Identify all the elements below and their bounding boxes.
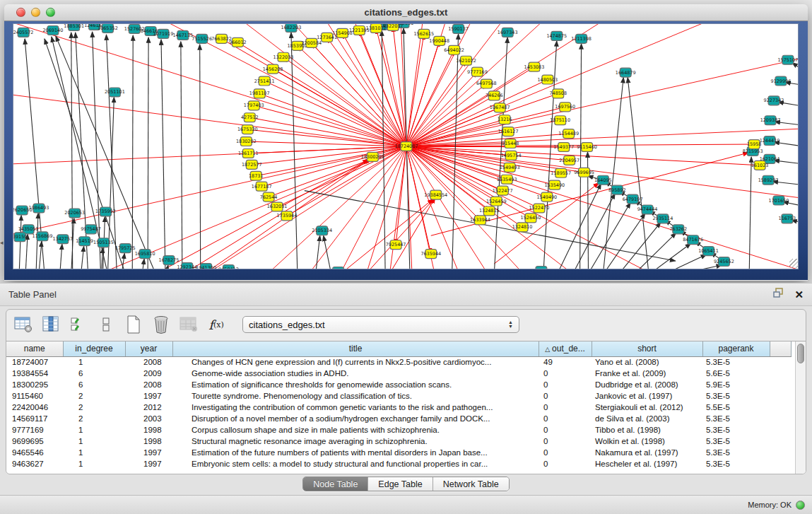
column-header-pagerank[interactable]: pagerank [702, 341, 770, 356]
graph-edge[interactable] [36, 213, 38, 269]
graph-node-label: 1456208 [263, 66, 283, 72]
table-cell: 0 [539, 413, 592, 424]
table-cell: Disruption of a novel member of a sodium… [172, 413, 539, 424]
graph-edge[interactable] [406, 146, 555, 185]
graph-edge[interactable] [406, 84, 486, 146]
graph-edge[interactable] [573, 194, 616, 269]
graph-edge[interactable] [264, 81, 406, 146]
graph-edge[interactable] [142, 259, 144, 269]
graph-edge[interactable] [341, 199, 433, 269]
graph-edge[interactable] [19, 215, 21, 269]
table-scrollbar-thumb[interactable] [797, 344, 804, 363]
graph-edge[interactable] [452, 34, 459, 269]
graph-edge[interactable] [39, 241, 42, 269]
close-panel-icon[interactable]: ✕ [794, 289, 804, 300]
rows-icon[interactable] [96, 315, 116, 334]
table-cell-filler [770, 424, 791, 436]
graph-edge[interactable] [71, 33, 73, 269]
table-cell: 2009 [125, 368, 172, 379]
column-header-short[interactable]: short [592, 341, 702, 356]
float-panel-icon[interactable] [773, 288, 784, 301]
graph-edge[interactable] [619, 222, 661, 269]
graph-node-label: 895892 [608, 187, 626, 193]
graph-node-label: 9115460 [577, 144, 597, 150]
graph-edge[interactable] [635, 233, 676, 269]
table-settings-icon[interactable] [13, 315, 33, 334]
tab-node-table[interactable]: Node Table [303, 477, 368, 491]
graph-node-label: 19384554 [424, 192, 447, 198]
row-select-icon[interactable] [69, 315, 88, 334]
function-builder-icon[interactable]: f(x) [206, 315, 226, 334]
graph-edge[interactable] [396, 146, 406, 245]
table-row[interactable]: 1938455462009Genome-wide association stu… [6, 368, 791, 379]
table-cell: 18300295 [6, 379, 63, 390]
graph-edge[interactable] [580, 44, 582, 269]
resize-grip-icon[interactable] [789, 259, 799, 268]
graph-edge[interactable] [45, 39, 125, 269]
table-row[interactable]: 1456911722003Disruption of a novel membe… [6, 413, 791, 424]
graph-edge[interactable] [406, 93, 558, 146]
graph-edge[interactable] [406, 146, 799, 269]
graph-edge[interactable] [164, 160, 368, 269]
table-select[interactable]: citations_edges.txt ▲▼ [242, 316, 519, 333]
table-cell: 1 [63, 458, 125, 469]
graph-edge[interactable] [406, 146, 702, 269]
graph-edge[interactable] [650, 243, 691, 269]
table-cell: 1 [63, 424, 125, 436]
table-row[interactable]: 977716911998Corpus callosum shape and si… [6, 424, 791, 436]
graph-edge[interactable] [148, 37, 148, 269]
tab-network-table[interactable]: Network Table [433, 477, 509, 491]
collapse-panel-arrow-icon[interactable]: ◂ [0, 239, 4, 246]
graph-node-label: 129232 [533, 268, 551, 269]
graph-edge[interactable] [81, 246, 84, 269]
network-canvas[interactable]: 2405572206914018853011246164106535215276… [13, 23, 799, 269]
graph-edge[interactable] [248, 146, 406, 153]
column-header-year[interactable]: year [125, 341, 172, 356]
graph-edge[interactable] [60, 244, 62, 269]
graph-edge[interactable] [132, 35, 133, 269]
table-row[interactable]: 946554611997Estimation of the future num… [6, 447, 791, 458]
table-row[interactable]: 946362711997Embryonic stem cells: a mode… [6, 458, 791, 469]
table-cell: 5.3E-5 [702, 436, 770, 447]
table-row[interactable]: 2242004622012Investigating the contribut… [6, 402, 791, 413]
graph-edge[interactable] [749, 157, 751, 269]
graph-node-label: 1797403 [244, 103, 264, 108]
graph-edge[interactable] [681, 265, 722, 269]
new-column-icon[interactable] [124, 315, 143, 334]
graph-edge[interactable] [161, 40, 165, 269]
graph-edge[interactable] [604, 213, 645, 269]
graph-edge[interactable] [312, 43, 406, 146]
graph-edge[interactable] [603, 78, 623, 269]
graph-edge[interactable] [666, 255, 707, 269]
graph-edge[interactable] [269, 146, 406, 197]
column-visibility-icon[interactable] [41, 315, 61, 334]
column-header-name[interactable]: name [6, 341, 63, 356]
table-row[interactable]: 1872400712008Changes of HCN gene express… [6, 356, 791, 368]
table-scrollbar[interactable] [795, 341, 806, 474]
table-row[interactable]: 1830029562008Estimation of significance … [6, 379, 791, 390]
graph-edge[interactable] [166, 265, 168, 269]
delete-column-icon[interactable] [151, 315, 171, 334]
graph-edge[interactable] [406, 112, 799, 146]
graph-edge[interactable] [558, 184, 601, 269]
graph-node-label: 2935114 [653, 216, 673, 221]
graph-edge[interactable] [200, 45, 201, 269]
table-row[interactable]: 911546021997Tourette syndrome. Phenomeno… [6, 390, 791, 402]
graph-edge[interactable] [324, 235, 331, 269]
graph-edge[interactable] [382, 30, 385, 269]
graph-edge[interactable] [56, 36, 155, 269]
graph-node-label: 1526450 [521, 215, 541, 221]
graph-node-label: 9474444 [637, 206, 658, 212]
graph-node-label: 2069140 [43, 28, 64, 33]
table-cell: 9699695 [6, 436, 63, 447]
column-header-title[interactable]: title [172, 341, 539, 356]
table-cell-filler [770, 413, 791, 424]
table-cell: 22420046 [6, 402, 63, 413]
tab-edge-table[interactable]: Edge Table [368, 477, 433, 491]
table-row[interactable]: 969969511998Structural magnetic resonanc… [6, 436, 791, 447]
network-window-titlebar[interactable]: citations_edges.txt [4, 4, 808, 21]
delete-table-icon[interactable] [179, 315, 199, 334]
column-header-in_degree[interactable]: in_degree [63, 341, 125, 356]
column-header-out_de[interactable]: △out_de... [539, 341, 592, 356]
graph-node-label: 1156869 [33, 233, 53, 239]
